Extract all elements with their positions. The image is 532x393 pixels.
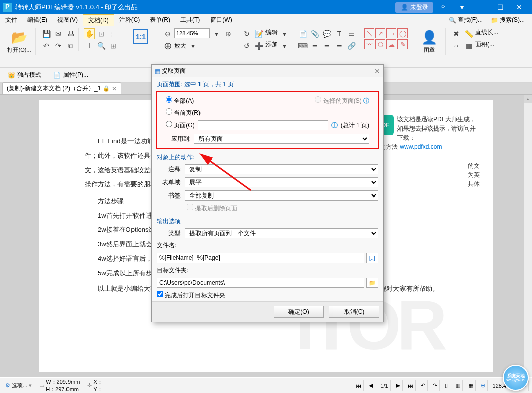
annot-select[interactable]: 复制 [185, 164, 378, 174]
options-button[interactable]: ⚙选项...▾ [3, 380, 34, 391]
document-tab[interactable]: (复制)-新建文本文档 (2)（合并）_1 🔒 ✕ [2, 82, 121, 94]
minimize-button[interactable]: — [472, 0, 491, 14]
target-input[interactable] [157, 278, 364, 288]
shape-line[interactable]: ＼ [364, 28, 374, 38]
rotate-ccw-icon[interactable]: ↺ [241, 40, 252, 51]
shape-polygon[interactable]: ⬠ [375, 39, 385, 49]
maximize-button[interactable]: ☐ [491, 0, 510, 14]
highlight2-icon[interactable]: ━ [309, 40, 320, 51]
nav-prev[interactable]: ◀ [367, 380, 375, 391]
wifi-icon[interactable]: ⌔ [433, 0, 452, 14]
redo-icon[interactable]: ↷ [53, 40, 64, 51]
layout-facing[interactable]: ▦ [466, 380, 476, 391]
bookmark-select[interactable]: 全部复制 [185, 190, 378, 201]
pdf-link[interactable]: www.pdfxd.com [400, 143, 442, 150]
menu-comment[interactable]: 注释(C) [114, 14, 145, 26]
textbox-icon[interactable]: T [334, 28, 345, 39]
nav-first[interactable]: ⏮ [354, 380, 364, 391]
radio-selected[interactable]: 选择的页面(S) ⓘ [315, 96, 369, 105]
nav-next[interactable]: ▶ [394, 380, 403, 391]
attach-icon[interactable]: 📎 [309, 28, 320, 39]
edit-text-icon[interactable]: 📝 [253, 28, 264, 39]
find-tool[interactable]: 🔍查找(F)... [446, 16, 486, 24]
ruler-icon[interactable]: 📏 [463, 28, 474, 39]
layout-cont[interactable]: ▥ [453, 380, 463, 391]
dropdown-icon[interactable]: ▾ [452, 0, 472, 14]
ok-button[interactable]: 确定(O) [274, 306, 324, 318]
zoom-out-status[interactable]: ⊖ [479, 380, 488, 391]
hand-tool-icon[interactable]: ✋ [84, 28, 95, 39]
typewriter-icon[interactable]: ⌨ [297, 40, 308, 51]
radio-all[interactable]: 全部(A) [166, 96, 194, 105]
zoom-in-large-icon[interactable]: ⊕ [162, 40, 173, 51]
print-icon[interactable]: 🖶 [65, 28, 76, 39]
menu-form[interactable]: 表单(R) [145, 14, 175, 26]
rotate-cw-icon[interactable]: ↻ [241, 28, 252, 39]
close-button[interactable]: ✕ [510, 0, 529, 14]
stamp-button[interactable]: 👤 图章 [415, 28, 443, 55]
shape-rect[interactable]: ▭ [386, 28, 396, 38]
pages-input[interactable] [198, 120, 328, 130]
menu-edit[interactable]: 编辑(E) [22, 14, 52, 26]
info-icon[interactable]: ⓘ [363, 97, 369, 104]
info-icon-2[interactable]: ⓘ [331, 121, 338, 130]
menu-view[interactable]: 视图(V) [52, 14, 83, 26]
select-icon[interactable]: ⬚ [108, 28, 119, 39]
shape-oval[interactable]: ◯ [397, 28, 408, 38]
dialog-titlebar[interactable]: ▦ 提取页面 ✕ [152, 65, 383, 77]
apply-to-select[interactable]: 所有页面 [194, 134, 369, 144]
macro-button[interactable]: [..] [366, 253, 378, 263]
nav-back[interactable]: ↶ [419, 380, 428, 391]
tab-close-icon[interactable]: ✕ [112, 85, 117, 92]
menu-tool[interactable]: 工具(T) [175, 14, 205, 26]
radio-current[interactable]: 当前页(R) [166, 108, 201, 117]
distance-label[interactable]: 直线长... [475, 28, 498, 39]
measure-icon[interactable]: ⊞ [108, 40, 119, 51]
brand-bubble[interactable]: 系统天地XiTongTianDi [503, 365, 529, 391]
zoom-menu-icon[interactable]: ▾ [187, 40, 198, 51]
text-select-icon[interactable]: I [84, 40, 95, 51]
highlight-icon[interactable]: ▭ [346, 28, 357, 39]
snapshot-icon[interactable]: ⊡ [96, 28, 107, 39]
nav-last[interactable]: ⏭ [406, 380, 416, 391]
page-indicator[interactable]: 1/1 [378, 380, 390, 391]
mail-icon[interactable]: ✉ [53, 28, 64, 39]
dimension-icon[interactable]: ↔ [451, 40, 462, 51]
edit-dropdown-icon[interactable]: ▾ [279, 28, 290, 39]
menu-window[interactable]: 窗口(W) [205, 14, 237, 26]
shape-cloud[interactable]: ☁ [386, 39, 396, 49]
nav-fwd[interactable]: ↷ [431, 380, 440, 391]
eraser-icon[interactable]: ✖ [451, 28, 462, 39]
zoom-in-icon[interactable]: ⊕ [223, 28, 234, 39]
link-icon[interactable]: 🔗 [346, 40, 357, 51]
cancel-button[interactable]: 取消(C) [329, 306, 379, 318]
magnifier-icon[interactable]: 🔍 [96, 40, 107, 51]
zoom-out-icon[interactable]: ⊖ [162, 28, 173, 39]
type-select[interactable]: 提取所有页面到一个文件 [185, 228, 378, 238]
actual-size-button[interactable]: 1:1 [126, 28, 155, 45]
properties-button[interactable]: 📄属性(P)... [50, 69, 92, 81]
menu-document[interactable]: 文档(D) [83, 14, 114, 26]
note-icon[interactable]: 📄 [297, 28, 308, 39]
open-button[interactable]: 📂 打开(O)... [5, 28, 33, 55]
zoom-input[interactable] [174, 28, 210, 38]
callout-icon[interactable]: 💬 [321, 28, 332, 39]
search-tool[interactable]: 📁搜索(S)... [488, 16, 528, 24]
dialog-close-icon[interactable]: ✕ [374, 67, 380, 75]
area-icon[interactable]: ▦ [463, 40, 474, 51]
save-icon[interactable]: 💾 [41, 28, 52, 39]
menu-file[interactable]: 文件 [0, 14, 22, 26]
zoom-dropdown-icon[interactable]: ▾ [211, 28, 222, 39]
radio-pages[interactable]: 页面(G) [166, 121, 195, 130]
scan-icon[interactable]: ⧉ [65, 40, 76, 51]
scroll-up-icon[interactable]: ▴ [524, 95, 532, 103]
filename-input[interactable] [157, 253, 364, 263]
shape-pencil[interactable]: ✎ [397, 39, 408, 49]
open-after-checkbox[interactable]: 完成后打开目标文件夹 [157, 291, 225, 300]
add-page-icon[interactable]: ➕ [253, 40, 264, 51]
user-badge[interactable]: 👤 未登录 [395, 2, 433, 13]
vertical-scrollbar[interactable]: ▴ [524, 95, 532, 377]
delete-after-checkbox[interactable]: 提取后删除页面 [187, 204, 237, 213]
shape-arrow[interactable]: ↗ [375, 28, 385, 38]
undo-icon[interactable]: ↶ [41, 40, 52, 51]
